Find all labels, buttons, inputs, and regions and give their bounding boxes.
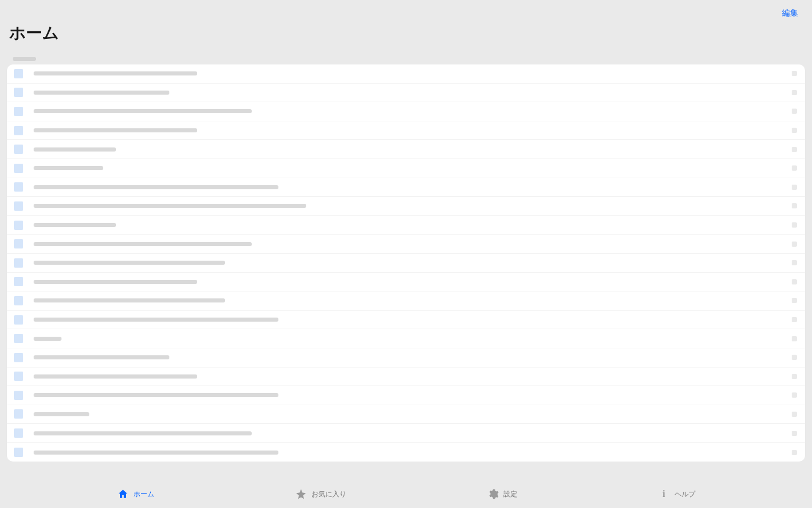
list-item[interactable] (7, 329, 805, 348)
tab-label: お気に入り (311, 489, 346, 499)
list-item[interactable] (7, 84, 805, 103)
item-icon-placeholder (14, 258, 23, 268)
chevron-placeholder (792, 450, 797, 455)
list-item[interactable] (7, 102, 805, 121)
list-item[interactable] (7, 273, 805, 292)
chevron-placeholder (792, 355, 797, 360)
list-item[interactable] (7, 178, 805, 197)
list-item[interactable] (7, 140, 805, 159)
item-text-placeholder (34, 166, 103, 170)
chevron-placeholder (792, 317, 797, 322)
chevron-placeholder (792, 128, 797, 133)
item-icon-placeholder (14, 145, 23, 154)
edit-button[interactable]: 編集 (9, 7, 800, 19)
chevron-placeholder (792, 279, 797, 284)
chevron-placeholder (792, 90, 797, 95)
list-item[interactable] (7, 311, 805, 330)
chevron-placeholder (792, 222, 797, 228)
item-icon-placeholder (14, 69, 23, 78)
chevron-placeholder (792, 336, 797, 341)
chevron-placeholder (792, 242, 797, 247)
chevron-placeholder (792, 71, 797, 76)
tab-bar: ホーム お気に入り 設定 i ヘルプ (0, 480, 812, 508)
section-header-placeholder (13, 57, 812, 61)
item-icon-placeholder (14, 428, 23, 438)
item-text-placeholder (34, 261, 225, 265)
item-text-placeholder (34, 223, 116, 227)
list-item[interactable] (7, 291, 805, 311)
item-icon-placeholder (14, 296, 23, 305)
list-card (7, 64, 805, 462)
item-text-placeholder (34, 337, 61, 341)
list-item[interactable] (7, 424, 805, 443)
list-item[interactable] (7, 121, 805, 140)
tab-favorites[interactable]: お気に入り (295, 488, 346, 500)
item-icon-placeholder (14, 182, 23, 192)
item-text-placeholder (34, 393, 278, 397)
list-item[interactable] (7, 159, 805, 178)
chevron-placeholder (792, 185, 797, 190)
item-text-placeholder (34, 298, 225, 302)
item-icon-placeholder (14, 239, 23, 248)
chevron-placeholder (792, 298, 797, 303)
chevron-placeholder (792, 374, 797, 379)
item-text-placeholder (34, 242, 252, 246)
chevron-placeholder (792, 392, 797, 398)
item-text-placeholder (34, 431, 252, 435)
item-icon-placeholder (14, 372, 23, 381)
list-item[interactable] (7, 254, 805, 273)
item-icon-placeholder (14, 409, 23, 419)
chevron-placeholder (792, 431, 797, 436)
tab-label: 設定 (503, 489, 517, 499)
page-title: ホーム (9, 22, 800, 44)
item-text-placeholder (34, 185, 278, 189)
tab-label: ヘルプ (675, 489, 695, 499)
item-text-placeholder (34, 355, 169, 359)
item-icon-placeholder (14, 448, 23, 457)
chevron-placeholder (792, 260, 797, 265)
item-text-placeholder (34, 71, 197, 75)
tab-label: ホーム (133, 489, 154, 499)
item-text-placeholder (34, 147, 116, 152)
list-item[interactable] (7, 368, 805, 387)
info-icon: i (658, 488, 670, 500)
item-icon-placeholder (14, 126, 23, 135)
item-icon-placeholder (14, 334, 23, 343)
list-item[interactable] (7, 216, 805, 235)
list-item[interactable] (7, 405, 805, 424)
list-item[interactable] (7, 443, 805, 462)
home-icon (117, 488, 129, 500)
item-icon-placeholder (14, 391, 23, 400)
item-text-placeholder (34, 109, 252, 113)
chevron-placeholder (792, 109, 797, 114)
item-text-placeholder (34, 128, 197, 132)
chevron-placeholder (792, 412, 797, 417)
tab-help[interactable]: i ヘルプ (658, 488, 695, 500)
chevron-placeholder (792, 147, 797, 152)
star-icon (295, 488, 307, 500)
item-text-placeholder (34, 451, 278, 455)
item-text-placeholder (34, 412, 89, 416)
list-item[interactable] (7, 386, 805, 405)
tab-home[interactable]: ホーム (117, 488, 154, 500)
item-icon-placeholder (14, 221, 23, 230)
item-icon-placeholder (14, 107, 23, 116)
item-icon-placeholder (14, 353, 23, 362)
gear-icon (487, 488, 499, 500)
item-text-placeholder (34, 91, 169, 95)
item-text-placeholder (34, 204, 306, 208)
item-text-placeholder (34, 318, 278, 322)
list-item[interactable] (7, 235, 805, 254)
item-icon-placeholder (14, 88, 23, 97)
list-item[interactable] (7, 64, 805, 84)
tab-settings[interactable]: 設定 (487, 488, 517, 500)
list-item[interactable] (7, 348, 805, 368)
chevron-placeholder (792, 165, 797, 171)
item-text-placeholder (34, 280, 197, 284)
header: 編集 ホーム (0, 0, 812, 49)
item-icon-placeholder (14, 164, 23, 173)
list-item[interactable] (7, 197, 805, 216)
item-text-placeholder (34, 374, 197, 379)
chevron-placeholder (792, 203, 797, 208)
item-icon-placeholder (14, 201, 23, 211)
